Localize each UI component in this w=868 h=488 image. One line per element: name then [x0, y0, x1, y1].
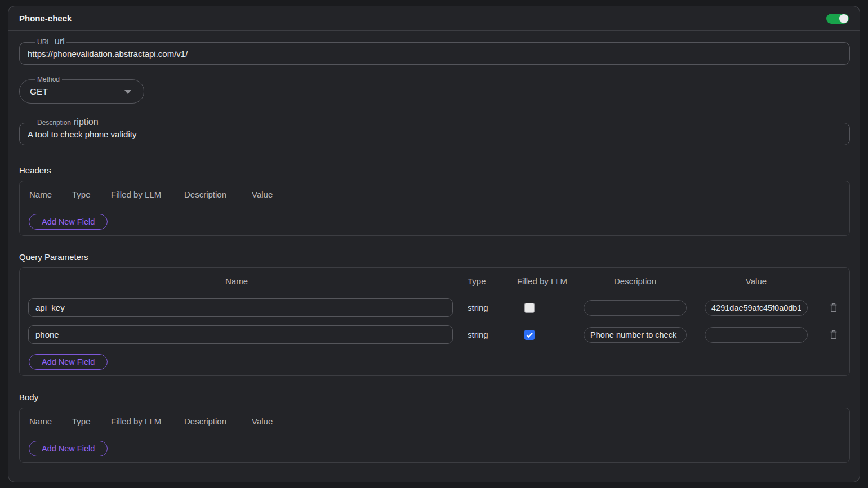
- delete-param-button[interactable]: [829, 329, 839, 341]
- param-type-value: string: [453, 303, 510, 312]
- filled-by-llm-checkbox[interactable]: [524, 330, 535, 340]
- headers-add-row: Add New Field: [20, 208, 849, 235]
- phone-check-panel: Phone-check URL url Method GET Descripti…: [8, 6, 860, 482]
- panel-title: Phone-check: [19, 14, 72, 23]
- query-params-add-row: Add New Field: [20, 348, 849, 375]
- tool-enabled-toggle[interactable]: [826, 14, 849, 24]
- body-section-title: Body: [19, 392, 849, 402]
- column-header-description: Description: [575, 276, 696, 286]
- query-param-row: string: [20, 294, 849, 321]
- column-header-name: Name: [20, 276, 453, 286]
- param-description-input[interactable]: [584, 300, 687, 316]
- query-params-section-title: Query Parameters: [19, 252, 849, 262]
- check-icon: [526, 332, 533, 338]
- param-name-input[interactable]: [28, 298, 453, 317]
- body-add-row: Add New Field: [20, 435, 849, 462]
- column-header-filled-by-llm: Filled by LLM: [111, 417, 184, 426]
- headers-add-new-field-button[interactable]: Add New Field: [29, 214, 108, 230]
- url-field-label-artifact: url: [53, 36, 66, 47]
- panel-content: URL url Method GET Description ription H…: [8, 31, 860, 463]
- body-table: Name Type Filled by LLM Description Valu…: [19, 408, 850, 463]
- body-table-header: Name Type Filled by LLM Description Valu…: [20, 408, 849, 435]
- description-input[interactable]: [20, 123, 849, 145]
- headers-section-title: Headers: [19, 165, 849, 176]
- trash-icon: [830, 303, 838, 312]
- headers-table: Name Type Filled by LLM Description Valu…: [19, 181, 850, 236]
- param-name-input[interactable]: [28, 325, 453, 344]
- url-input[interactable]: [20, 43, 849, 64]
- param-type-value: string: [453, 330, 510, 339]
- param-description-input[interactable]: [584, 327, 687, 343]
- column-header-description: Description: [184, 190, 252, 199]
- column-header-value: Value: [696, 276, 817, 286]
- toggle-knob: [839, 14, 848, 23]
- column-header-value: Value: [252, 190, 273, 199]
- column-header-type: Type: [72, 190, 111, 199]
- query-param-row: string: [20, 321, 849, 348]
- body-add-new-field-button[interactable]: Add New Field: [29, 441, 108, 456]
- delete-param-button[interactable]: [829, 302, 839, 314]
- method-select[interactable]: Method GET: [19, 79, 144, 104]
- column-header-name: Name: [29, 417, 72, 426]
- method-selected-value: GET: [30, 87, 48, 97]
- column-header-value: Value: [252, 417, 273, 426]
- param-value-input[interactable]: [705, 300, 808, 316]
- query-params-table-header: Name Type Filled by LLM Description Valu…: [20, 268, 849, 294]
- column-header-type: Type: [453, 276, 510, 286]
- column-header-name: Name: [29, 190, 72, 199]
- column-header-filled-by-llm: Filled by LLM: [510, 276, 575, 286]
- description-field-label-artifact: ription: [72, 117, 100, 127]
- description-field-label: Description: [35, 119, 73, 127]
- headers-table-header: Name Type Filled by LLM Description Valu…: [20, 181, 849, 208]
- param-value-input[interactable]: [705, 327, 808, 343]
- filled-by-llm-checkbox[interactable]: [524, 303, 535, 313]
- query-params-add-new-field-button[interactable]: Add New Field: [29, 354, 108, 370]
- description-field: Description ription: [19, 123, 850, 145]
- trash-icon: [830, 330, 838, 339]
- column-header-description: Description: [184, 417, 252, 426]
- query-params-table: Name Type Filled by LLM Description Valu…: [19, 267, 850, 376]
- method-select-label: Method: [35, 75, 62, 84]
- url-field-label: URL: [35, 38, 53, 47]
- url-field: URL url: [19, 42, 850, 65]
- chevron-down-icon: [124, 90, 131, 94]
- column-header-type: Type: [72, 417, 111, 426]
- column-header-filled-by-llm: Filled by LLM: [111, 190, 184, 199]
- panel-titlebar: Phone-check: [8, 6, 860, 31]
